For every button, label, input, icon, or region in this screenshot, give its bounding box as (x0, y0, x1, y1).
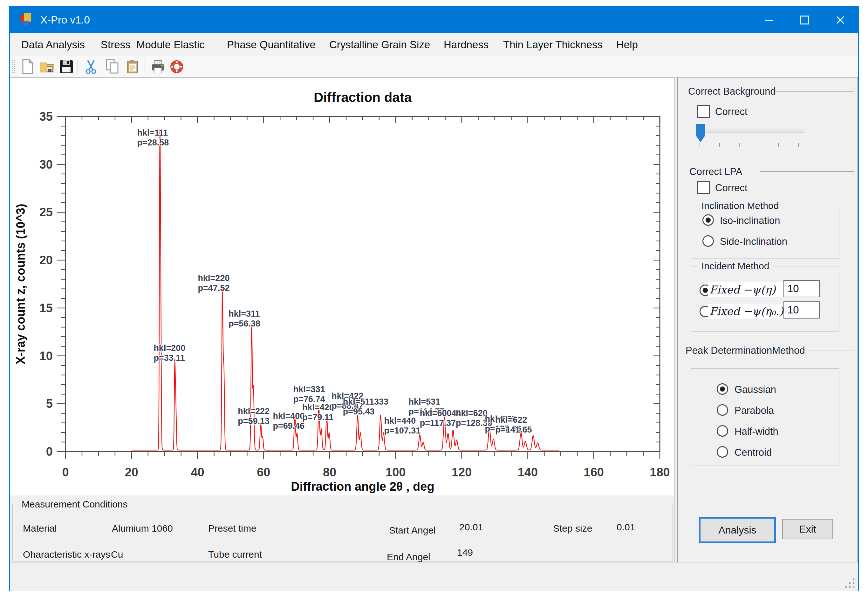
exit-button[interactable]: Exit (782, 519, 833, 539)
fixed-psi-eta0-label: Fixed −ψ(η₀.) (708, 304, 785, 318)
analysis-button[interactable]: Analysis (699, 517, 776, 543)
fixed-psi-eta0-input[interactable] (784, 301, 820, 318)
svg-text:hkl=200p=33.11: hkl=200p=33.11 (153, 343, 185, 363)
minimize-button[interactable] (751, 7, 787, 33)
slider-tick (759, 143, 759, 147)
menu-item-module-elastic[interactable]: Module Elastic (136, 33, 205, 56)
slider-tick (719, 143, 720, 147)
inclination-method-group: Inclination Method Iso-inclination Side-… (691, 206, 840, 259)
svg-text:hkl=622p=141.65: hkl=622p=141.65 (496, 415, 532, 434)
menu-item-help[interactable]: Help (616, 33, 638, 56)
resize-grip[interactable] (844, 577, 856, 589)
menu-item-data-analysis[interactable]: Data Analysis (21, 33, 85, 56)
slider-tick (700, 143, 700, 147)
correct-lpa-section-label: Correct LPA (690, 166, 742, 178)
svg-text:120: 120 (452, 466, 472, 479)
svg-text:140: 140 (518, 466, 538, 479)
svg-text:25: 25 (39, 205, 53, 219)
copy-button[interactable] (104, 58, 120, 75)
help-lifebuoy-icon (168, 58, 185, 75)
svg-text:0: 0 (62, 466, 69, 479)
correct-lpa-checkbox-label: Correct (715, 182, 748, 194)
characteristic-xrays-value: Cu (111, 549, 123, 560)
chart-panel: 02040608010012014016018005101520253035hk… (10, 77, 675, 562)
start-angle-value: 20.01 (459, 522, 483, 532)
maximize-button[interactable] (787, 7, 823, 33)
material-value: Alumium 1060 (112, 523, 173, 534)
svg-text:5: 5 (46, 397, 53, 410)
fixed-psi-eta-label: Fixed −ψ(η) (708, 283, 785, 297)
half-width-radio[interactable] (717, 425, 728, 437)
toolbar-grip[interactable] (12, 60, 15, 73)
close-icon (836, 16, 845, 24)
svg-text:20: 20 (39, 253, 53, 267)
correct-background-checkbox-label: Correct (715, 106, 748, 118)
gaussian-label: Gaussian (735, 384, 776, 395)
half-width-label: Half-width (735, 426, 778, 437)
start-angle-label: Start Angel (389, 525, 436, 536)
app-icon (20, 13, 33, 27)
section-divider (775, 91, 854, 92)
new-file-button[interactable] (19, 58, 36, 75)
paste-icon (124, 58, 141, 75)
measurement-conditions-group: Measurement Conditions Material Alumium … (12, 504, 673, 562)
parabola-label: Parabola (735, 405, 774, 416)
peak-determination-section-label: Peak DeterminationMethod (685, 345, 805, 356)
group-label: Incident Method (698, 261, 772, 272)
toolbar-separator (78, 60, 78, 74)
close-button[interactable] (823, 7, 858, 33)
svg-text:60: 60 (257, 466, 270, 479)
print-button[interactable] (150, 58, 166, 75)
cut-button[interactable] (82, 58, 99, 75)
correct-background-checkbox[interactable] (697, 105, 710, 118)
titlebar[interactable]: X-Pro v1.0 (10, 7, 858, 33)
minimize-icon (765, 20, 773, 21)
material-label: Material (23, 523, 57, 534)
correct-background-section-label: Correct Background (688, 86, 776, 97)
save-button[interactable] (58, 58, 75, 75)
svg-text:160: 160 (584, 466, 604, 479)
svg-text:hkl=331p=76.74: hkl=331p=76.74 (293, 384, 325, 404)
menu-item-hardness[interactable]: Hardness (444, 33, 489, 56)
svg-text:hkl=220p=47.52: hkl=220p=47.52 (198, 274, 230, 293)
preset-time-label: Preset time (208, 523, 256, 534)
window-title: X-Pro v1.0 (40, 7, 90, 33)
svg-text:hkl=420p=79.11: hkl=420p=79.11 (302, 403, 334, 422)
step-size-value: 0.01 (616, 522, 635, 532)
correct-lpa-checkbox[interactable] (697, 181, 710, 194)
group-label: Measurement Conditions (18, 499, 131, 510)
menu-item-phase-quantitative[interactable]: Phase Quantitative (227, 33, 316, 56)
menu-item-crystalline-grain-size[interactable]: Crystalline Grain Size (329, 33, 430, 56)
end-angle-value: 149 (457, 547, 473, 558)
save-icon (58, 58, 75, 75)
background-slider-track[interactable] (696, 130, 804, 133)
open-folder-icon (39, 58, 55, 75)
parabola-radio[interactable] (717, 404, 728, 416)
end-angle-label: End Angel (387, 552, 430, 562)
svg-text:40: 40 (191, 466, 204, 479)
section-divider (760, 171, 854, 172)
svg-text:Diffraction data: Diffraction data (314, 90, 412, 105)
svg-text:hkl=440p=107.31: hkl=440p=107.31 (384, 416, 421, 435)
controls-panel: Correct Background Correct Correct LPA C… (677, 77, 858, 562)
iso-inclination-radio[interactable] (702, 214, 714, 226)
fixed-psi-eta-input[interactable] (784, 280, 820, 297)
help-button[interactable] (168, 58, 185, 75)
centroid-radio[interactable] (717, 446, 728, 457)
paste-button[interactable] (124, 58, 141, 75)
desktop-background: X-Pro v1.0 Data Analysis Stress Module E… (0, 0, 868, 598)
svg-text:10: 10 (39, 349, 53, 363)
menu-item-thin-layer-thickness[interactable]: Thin Layer Thickness (503, 33, 603, 56)
menu-item-stress[interactable]: Stress (101, 33, 130, 56)
peak-determination-group: Gaussian Parabola Half-width Centroid (691, 368, 840, 466)
background-slider-thumb[interactable] (696, 124, 705, 142)
group-label: Inclination Method (698, 200, 782, 211)
iso-inclination-label: Iso-inclination (720, 215, 780, 226)
svg-text:hkl=222p=59.13: hkl=222p=59.13 (238, 407, 270, 426)
slider-tick (739, 143, 740, 147)
gaussian-radio[interactable] (717, 383, 728, 395)
cut-icon (82, 58, 99, 75)
side-inclination-radio[interactable] (702, 235, 714, 247)
open-file-button[interactable] (39, 58, 55, 75)
section-divider (802, 351, 854, 351)
